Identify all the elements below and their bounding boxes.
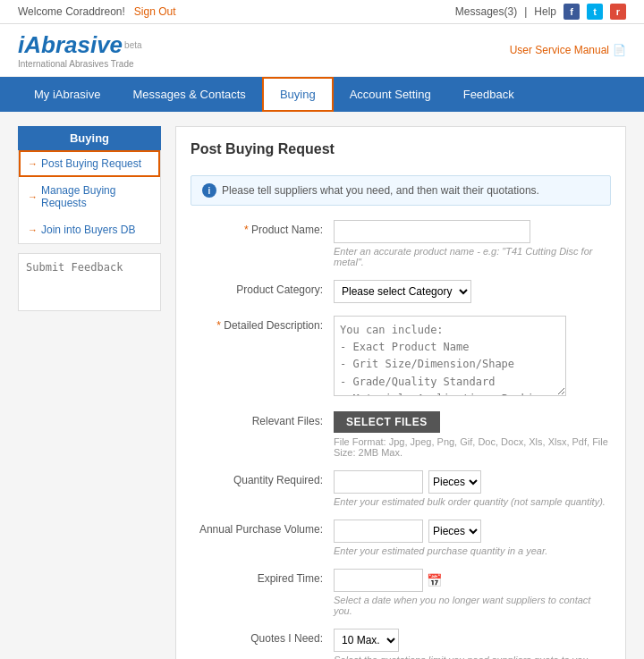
content-area: Buying → Post Buying Request → Manage Bu… [0,112,644,659]
page-title: Post Buying Request [191,141,611,165]
sidebar-item-join-buyers[interactable]: → Join into Buyers DB [19,216,160,243]
welcome-text: Welcome Coraddreon! [18,5,125,18]
user-service-link[interactable]: User Service Manual 📄 [510,44,626,56]
category-control: Please select Category Abrasive Products… [334,280,611,303]
signout-link[interactable]: Sign Out [134,5,176,18]
files-row: Relevant Files: SELECT FILES File Format… [191,411,611,458]
annual-wrap: Pieces [334,520,611,543]
quotes-control: 5 Max. 10 Max. 15 Max. 20 Max. Select th… [334,629,611,659]
feedback-textarea[interactable] [19,254,160,308]
product-name-hint: Enter an accurate product name - e.g: "T… [334,246,611,267]
twitter-icon[interactable]: t [587,4,603,20]
quantity-input[interactable] [334,470,423,494]
quotes-label: Quotes I Need: [191,629,334,645]
product-name-control: Enter an accurate product name - e.g: "T… [334,220,611,267]
sidebar-nav: → Post Buying Request → Manage Buying Re… [18,150,161,244]
description-row: Detailed Description: [191,316,611,399]
sidebar-item-manage-buying[interactable]: → Manage Buying Requests [19,177,160,216]
quotes-select[interactable]: 5 Max. 10 Max. 15 Max. 20 Max. [334,629,399,652]
nav-feedback[interactable]: Feedback [447,79,530,110]
category-select[interactable]: Please select Category Abrasive Products… [334,280,471,303]
header: iAbrasivebeta International Abrasives Tr… [0,24,644,77]
annual-hint: Enter your estimated purchase quantity i… [334,545,611,556]
quotes-row: Quotes I Need: 5 Max. 10 Max. 15 Max. 20… [191,629,611,659]
info-text: Please tell suppliers what you need, and… [222,184,539,197]
arrow-icon: → [28,191,38,202]
pdf-icon: 📄 [613,44,626,56]
logo-beta: beta [124,40,141,50]
nav-buying[interactable]: Buying [262,77,334,112]
category-row: Product Category: Please select Category… [191,280,611,303]
rss-icon[interactable]: r [610,4,626,20]
quantity-row: Quantity Required: Pieces Enter your est… [191,470,611,507]
nav-account-setting[interactable]: Account Setting [334,79,447,110]
description-control [334,316,611,399]
annual-control: Pieces Enter your estimated purchase qua… [334,520,611,556]
category-label: Product Category: [191,280,334,296]
annual-label: Annual Purchase Volume: [191,520,334,536]
select-files-button[interactable]: SELECT FILES [334,411,440,433]
expired-row: Expired Time: 2013-03-01 📅 Select a date… [191,569,611,616]
messages-link[interactable]: Messages(3) [455,5,517,18]
annual-unit-select[interactable]: Pieces [428,520,481,543]
expired-control: 2013-03-01 📅 Select a date when you no l… [334,569,611,616]
date-wrap: 2013-03-01 📅 [334,569,611,592]
expired-label: Expired Time: [191,569,334,585]
info-icon: i [202,183,216,198]
logo: iAbrasivebeta International Abrasives Tr… [18,31,142,69]
quantity-label: Quantity Required: [191,470,334,486]
main-nav: My iAbrasive Messages & Contacts Buying … [0,77,644,112]
separator: | [524,5,527,18]
nav-messages-contacts[interactable]: Messages & Contacts [116,79,261,110]
sidebar-feedback [18,253,161,311]
product-name-label: Product Name: [191,220,334,236]
calendar-icon[interactable]: 📅 [427,573,442,587]
arrow-icon: → [28,158,38,169]
quantity-wrap: Pieces [334,470,611,494]
top-bar-right: Messages(3) | Help f t r [455,4,626,20]
product-name-row: Product Name: Enter an accurate product … [191,220,611,267]
sidebar-title: Buying [18,126,161,150]
facebook-icon[interactable]: f [564,4,580,20]
top-bar-left: Welcome Coraddreon! Sign Out [18,5,176,18]
sidebar: Buying → Post Buying Request → Manage Bu… [18,126,161,659]
logo-abrasive: Abrasive [24,31,123,58]
description-textarea[interactable] [334,316,566,396]
quantity-control: Pieces Enter your estimated bulk order q… [334,470,611,507]
quantity-unit-select[interactable]: Pieces [428,470,481,494]
quantity-hint: Enter your estimated bulk order quantity… [334,496,611,507]
logo-subtitle: International Abrasives Trade [18,59,142,69]
annual-input[interactable] [334,520,423,543]
file-hint: File Format: Jpg, Jpeg, Png, Gif, Doc, D… [334,436,611,458]
quotes-hint: Select the quotations limit you need sup… [334,655,611,659]
files-label: Relevant Files: [191,411,334,427]
sidebar-item-post-buying[interactable]: → Post Buying Request [19,150,160,177]
description-label: Detailed Description: [191,316,334,332]
info-bar: i Please tell suppliers what you need, a… [191,175,611,206]
help-link[interactable]: Help [534,5,556,18]
files-control: SELECT FILES File Format: Jpg, Jpeg, Png… [334,411,611,458]
nav-my-iabrasive[interactable]: My iAbrasive [18,79,116,110]
main-form: Post Buying Request i Please tell suppli… [175,126,626,659]
expired-hint: Select a date when you no longer want su… [334,595,611,616]
annual-row: Annual Purchase Volume: Pieces Enter you… [191,520,611,556]
product-name-input[interactable] [334,220,530,243]
top-bar: Welcome Coraddreon! Sign Out Messages(3)… [0,0,644,24]
date-input[interactable]: 2013-03-01 [334,569,423,592]
arrow-icon: → [28,224,38,235]
